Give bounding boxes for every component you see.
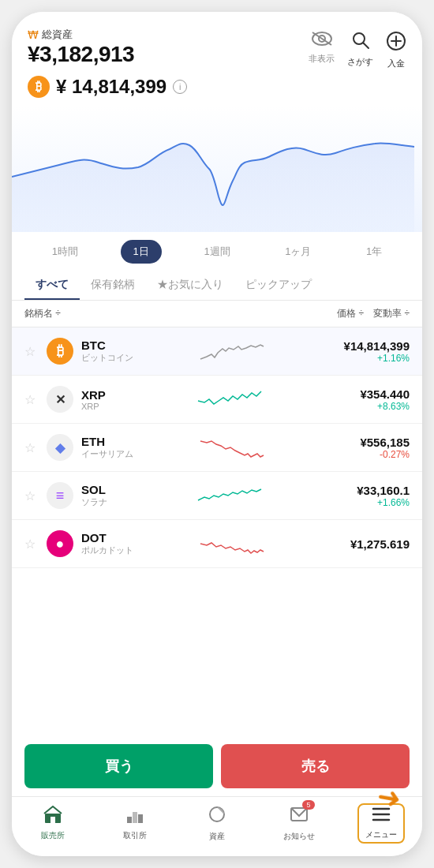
eth-symbol: ETH	[81, 435, 133, 448]
xrp-coin-info: XRP XRP	[81, 388, 129, 411]
search-icon	[351, 31, 370, 54]
nav-exchange[interactable]: 取引所	[111, 806, 159, 841]
time-btn-1m[interactable]: 1ヶ月	[272, 240, 324, 264]
svg-rect-9	[51, 817, 55, 823]
nav-notifications[interactable]: 5 お知らせ	[275, 805, 323, 842]
sort-row: 銘柄名 ÷ 価格 ÷ 変動率 ÷	[12, 301, 422, 327]
deposit-label: 入金	[387, 58, 405, 69]
coin-row-dot[interactable]: ☆ ● DOT ポルカドット ¥1,275.619	[12, 520, 422, 568]
star-icon-sol[interactable]: ☆	[24, 488, 39, 503]
btc-coin-info: BTC ビットコイン	[81, 339, 133, 364]
nav-store[interactable]: 販売所	[29, 806, 77, 841]
search-button[interactable]: さがす	[347, 31, 373, 68]
deposit-button[interactable]: 入金	[386, 31, 406, 69]
time-btn-1y[interactable]: 1年	[354, 240, 395, 264]
store-label: 販売所	[41, 830, 65, 841]
btc-price: ¥ 14,814,399	[56, 76, 166, 98]
deposit-icon	[386, 31, 406, 56]
coin-list: ☆ ₿ BTC ビットコイン ¥14,814,399 +1.16% ☆ ✕ XR…	[12, 327, 422, 736]
nav-menu[interactable]: メニュー	[357, 803, 405, 844]
total-assets-value: ¥3,182,913	[28, 42, 134, 67]
xrp-list-price: ¥354.440	[331, 387, 410, 401]
notification-badge: 5	[302, 800, 315, 810]
tab-pickup[interactable]: ピックアップ	[234, 271, 323, 300]
star-icon-btc[interactable]: ☆	[24, 344, 39, 359]
btc-name: ビットコイン	[81, 352, 133, 364]
sol-name: ソラナ	[81, 496, 129, 508]
eth-coin-info: ETH イーサリアム	[81, 435, 133, 460]
bottom-buttons: 買う 売る	[12, 736, 422, 796]
dot-coin-icon: ●	[47, 530, 73, 557]
header: ₩ 総資産 ¥3,182,913 非表示	[12, 12, 422, 106]
sort-name[interactable]: 銘柄名 ÷	[24, 307, 61, 320]
btc-price-section: ¥14,814,399 +1.16%	[331, 339, 410, 364]
eth-change: -0.27%	[331, 449, 410, 460]
hide-icon	[311, 31, 333, 51]
exchange-label: 取引所	[123, 830, 147, 841]
xrp-change: +8.63%	[331, 401, 410, 412]
time-btn-1w[interactable]: 1週間	[191, 240, 242, 264]
sol-symbol: SOL	[81, 483, 129, 496]
svg-rect-12	[138, 814, 143, 823]
sol-price-section: ¥33,160.1 +1.66%	[331, 484, 410, 508]
chart-area	[12, 106, 422, 232]
dot-list-price: ¥1,275.619	[331, 537, 410, 551]
sol-coin-info: SOL ソラナ	[81, 483, 129, 508]
coin-row-xrp[interactable]: ☆ ✕ XRP XRP ¥354.440 +8.63%	[12, 376, 422, 424]
assets-label: 資産	[209, 831, 225, 842]
notifications-label: お知らせ	[283, 831, 315, 842]
coin-row-sol[interactable]: ☆ ≡ SOL ソラナ ¥33,160.1 +1.66%	[12, 472, 422, 520]
dot-symbol: DOT	[81, 531, 133, 544]
eth-list-price: ¥556,185	[331, 436, 410, 449]
buy-button[interactable]: 買う	[24, 744, 213, 788]
coin-row-btc[interactable]: ☆ ₿ BTC ビットコイン ¥14,814,399 +1.16%	[12, 327, 422, 376]
svg-line-4	[363, 43, 369, 49]
tab-favorites[interactable]: ★お気に入り	[146, 271, 234, 300]
menu-icon	[372, 806, 391, 827]
exchange-icon	[125, 806, 144, 828]
eth-coin-icon: ◆	[47, 434, 73, 461]
time-btn-1h[interactable]: 1時間	[39, 240, 91, 264]
hide-button[interactable]: 非表示	[309, 31, 335, 65]
xrp-coin-icon: ✕	[47, 386, 73, 413]
sort-change[interactable]: 変動率 ÷	[373, 307, 410, 320]
nav-assets[interactable]: 資産	[193, 805, 241, 842]
search-label: さがす	[347, 56, 373, 68]
notification-icon: 5	[290, 805, 309, 829]
svg-rect-10	[127, 817, 132, 823]
info-icon[interactable]: i	[173, 80, 187, 94]
assets-label-text: 総資産	[42, 28, 73, 42]
dot-name: ポルカドット	[81, 544, 133, 556]
btc-change: +1.16%	[331, 353, 410, 364]
eth-price-section: ¥556,185 -0.27%	[331, 436, 410, 460]
btc-icon: ₿	[28, 76, 50, 98]
time-btn-1d[interactable]: 1日	[121, 240, 162, 264]
total-assets-label: ₩ 総資産	[28, 28, 134, 42]
phone-container: ₩ 総資産 ¥3,182,913 非表示	[12, 12, 422, 856]
star-icon-dot[interactable]: ☆	[24, 537, 39, 552]
dot-price-section: ¥1,275.619	[331, 537, 410, 551]
price-chart	[12, 106, 422, 232]
hide-label: 非表示	[309, 53, 335, 65]
header-right: 非表示 さがす	[309, 28, 406, 69]
total-assets-section: ₩ 総資産 ¥3,182,913	[28, 28, 134, 67]
btc-price-row: ₿ ¥ 14,814,399 i	[28, 76, 406, 98]
tab-all[interactable]: すべて	[24, 271, 80, 300]
xrp-price-section: ¥354.440 +8.63%	[331, 387, 410, 412]
btc-coin-icon: ₿	[47, 338, 73, 365]
category-tabs: すべて 保有銘柄 ★お気に入り ピックアップ	[12, 271, 422, 301]
wallet-icon: ₩	[28, 28, 39, 41]
tab-holdings[interactable]: 保有銘柄	[80, 271, 146, 300]
btc-symbol: BTC	[81, 339, 133, 352]
btc-list-price: ¥14,814,399	[331, 339, 410, 353]
sol-change: +1.66%	[331, 497, 410, 508]
coin-row-eth[interactable]: ☆ ◆ ETH イーサリアム ¥556,185 -0.27%	[12, 424, 422, 472]
sort-price[interactable]: 価格 ÷	[337, 307, 364, 320]
star-icon-eth[interactable]: ☆	[24, 440, 39, 455]
sell-button[interactable]: 売る	[221, 744, 410, 788]
sol-list-price: ¥33,160.1	[331, 484, 410, 497]
xrp-name: XRP	[81, 402, 129, 411]
dot-coin-info: DOT ポルカドット	[81, 531, 133, 556]
star-icon-xrp[interactable]: ☆	[24, 392, 39, 407]
btc-sparkline	[141, 337, 323, 365]
